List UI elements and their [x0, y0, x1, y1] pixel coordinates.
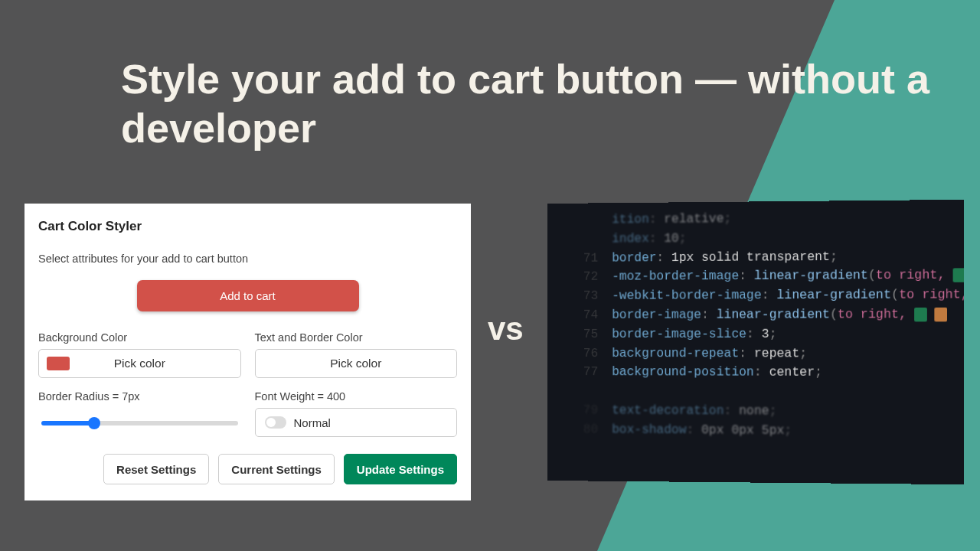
- page-headline: Style your add to cart button — without …: [121, 55, 980, 152]
- add-to-cart-preview-button[interactable]: Add to cart: [137, 280, 359, 311]
- update-settings-button[interactable]: Update Settings: [344, 454, 457, 484]
- text-border-color-picker[interactable]: Pick color: [255, 349, 458, 378]
- background-color-picker[interactable]: Pick color: [38, 349, 241, 378]
- styler-subtitle: Select attributes for your add to cart b…: [38, 253, 457, 265]
- toggle-switch-icon: [265, 416, 286, 429]
- versus-label: vs: [488, 311, 524, 347]
- picker-text: Pick color: [114, 357, 165, 370]
- border-radius-slider[interactable]: [38, 408, 241, 439]
- slider-thumb-icon: [88, 417, 100, 429]
- background-color-label: Background Color: [38, 331, 241, 344]
- styler-panel: Cart Color Styler Select attributes for …: [24, 204, 471, 500]
- font-weight-label: Font Weight = 400: [255, 390, 458, 403]
- styler-title: Cart Color Styler: [38, 219, 457, 234]
- toggle-text: Normal: [294, 416, 331, 429]
- current-settings-button[interactable]: Current Settings: [218, 454, 335, 484]
- code-editor-image: ition: relative;index: 10;71border: 1px …: [547, 200, 964, 484]
- picker-text: Pick color: [330, 357, 381, 370]
- reset-settings-button[interactable]: Reset Settings: [103, 454, 209, 484]
- color-swatch-icon: [47, 357, 70, 370]
- font-weight-toggle[interactable]: Normal: [255, 408, 458, 437]
- text-border-color-label: Text and Border Color: [255, 331, 458, 344]
- border-radius-label: Border Radius = 7px: [38, 390, 241, 403]
